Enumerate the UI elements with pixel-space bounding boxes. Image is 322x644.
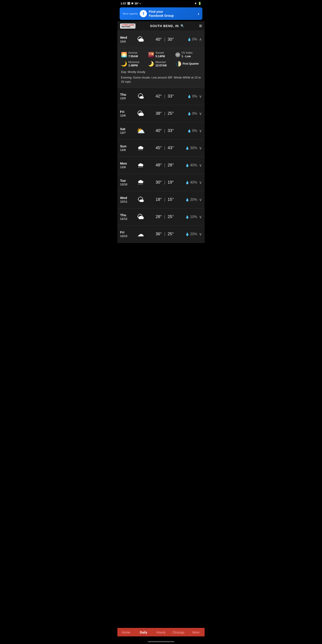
weather-icon: ☁ — [135, 229, 146, 240]
nav-hourly[interactable]: Hourly — [152, 628, 170, 636]
moonset-item: 🌛 Moonset 12:07AM — [148, 60, 174, 68]
temps-wed: 40° | 30° — [148, 37, 182, 42]
precip-wed: 💧 0% — [182, 37, 197, 41]
collapse-icon-wed[interactable]: ∧ — [199, 37, 202, 42]
weather-row-thu-12-5[interactable]: Thu 12/5 🌤 42° | 33° 💧 0% ∨ — [118, 88, 204, 105]
weather-row-fri-12-13[interactable]: Fri 12/13 ☁ 36° | 25° 💧 20% ∨ — [118, 226, 204, 243]
desc-evening: Evening: Some clouds. Low around 30F. Wi… — [121, 75, 201, 84]
expand-icon[interactable]: ∨ — [199, 146, 202, 150]
precip: 💧 20% — [182, 198, 197, 202]
temps: 18° | 15° — [148, 197, 182, 202]
day-label: Sun 12/8 — [120, 144, 134, 152]
temps: 48° | 28° — [148, 163, 182, 168]
logo-container: STORM ALERT WEATHER — [120, 24, 136, 29]
status-right: ▼ 🔋 — [194, 2, 202, 5]
moon-phase-item: 🌓 First Quarter — [175, 60, 201, 68]
ad-banner[interactable]: More together f Find yourFacebook Group … — [120, 8, 202, 20]
sunrise-icon: 🌅 — [121, 52, 127, 58]
moonset-icon: 🌛 — [148, 61, 154, 67]
moonset-label: Moonset — [156, 60, 166, 64]
drop-icon: 💧 — [188, 112, 191, 116]
drop-icon: 💧 — [185, 181, 189, 184]
expand-icon[interactable]: ∨ — [199, 180, 202, 185]
ad-main-text: Find yourFacebook Group — [149, 10, 174, 18]
expanded-detail-panel: 🌅 Sunrise 7:55AM 🌇 Sunset 5:14PM UV UV I… — [118, 48, 204, 88]
temps: 36° | 25° — [148, 232, 182, 236]
nav-daily[interactable]: Daily — [135, 628, 152, 636]
ad-left-section: More together f Find yourFacebook Group — [123, 10, 174, 18]
content-area: Wed 12/4 🌥 40° | 30° 💧 0% ∧ 🌅 Sunrise 7:… — [118, 31, 204, 270]
expand-icon[interactable]: ∨ — [199, 111, 202, 116]
weather-icon: ⛅ — [135, 126, 146, 136]
status-left: 1:57 🖼 ❄ 39° • — [120, 2, 141, 5]
sunrise-item: 🌅 Sunrise 7:55AM — [121, 51, 147, 58]
battery-icon: 🔋 — [198, 2, 202, 5]
drop-icon: 💧 — [185, 164, 189, 167]
expand-icon[interactable]: ∨ — [199, 163, 202, 168]
weather-row-mon-12-9[interactable]: Mon 12/9 🌧 48° | 28° 💧 40% ∨ — [118, 157, 204, 174]
moonrise-item: 🌙 Moonrise 1:48PM — [121, 60, 147, 68]
moonrise-value: 1:48PM — [128, 64, 139, 68]
precip: 💧 30% — [182, 146, 197, 150]
logo-text: STORM ALERT WEATHER — [122, 24, 134, 28]
bottom-nav: Home Daily Hourly Closings More — [118, 628, 204, 636]
day-label: Thu 12/5 — [120, 92, 134, 100]
status-bar: 1:57 🖼 ❄ 39° • ▼ 🔋 — [118, 0, 204, 6]
expand-icon[interactable]: ∨ — [199, 128, 202, 133]
uv-value: 1 - Low — [182, 55, 192, 58]
day-label: Thu 12/12 — [120, 213, 134, 221]
weather-row-fri-12-6[interactable]: Fri 12/6 🌥 38° | 25° 💧 0% ∨ — [118, 105, 204, 122]
moonrise-icon: 🌙 — [121, 61, 127, 67]
menu-button[interactable]: ≡ — [199, 23, 202, 29]
search-icon[interactable]: 🔍 — [180, 24, 184, 28]
weather-icon: 🌧 — [135, 160, 146, 170]
weather-row-sun-12-8[interactable]: Sun 12/8 🌧 45° | 43° 💧 30% ∨ — [118, 140, 204, 157]
drop-icon-wed: 💧 — [188, 38, 191, 41]
drop-icon: 💧 — [185, 146, 189, 150]
weather-row-thu-12-12[interactable]: Thu 12/12 🌥 28° | 25° 💧 10% ∨ — [118, 208, 204, 226]
day-label: Fri 12/6 — [120, 110, 134, 118]
expand-icon[interactable]: ∨ — [199, 232, 202, 236]
wifi-icon: ▼ — [194, 2, 197, 5]
expand-icon[interactable]: ∨ — [199, 214, 202, 219]
drop-icon: 💧 — [185, 198, 189, 202]
wind-icon: ❄ — [131, 2, 134, 5]
temps: 38° | 25° — [148, 111, 182, 116]
moonrise-label: Moonrise — [128, 60, 139, 64]
precip: 💧 10% — [182, 215, 197, 219]
day-label: Mon 12/9 — [120, 161, 134, 169]
ad-logo-text: More together — [123, 12, 138, 15]
weather-icon: 🌤 — [135, 91, 146, 102]
drop-icon: 💧 — [185, 232, 189, 236]
moonset-value: 12:07AM — [156, 64, 166, 68]
precip: 💧 0% — [182, 129, 197, 133]
weather-icon: 🌤 — [135, 194, 146, 205]
day-label: Tue 12/10 — [120, 178, 134, 186]
weather-row-wed-12-11[interactable]: Wed 12/11 🌤 18° | 15° 💧 20% ∨ — [118, 191, 204, 208]
temps: 45° | 43° — [148, 146, 182, 150]
moon-phase-icon: 🌓 — [175, 61, 181, 67]
expand-icon[interactable]: ∨ — [199, 197, 202, 202]
home-indicator — [148, 641, 174, 642]
ad-arrow-icon: › — [198, 11, 199, 16]
weather-row-tue-12-10[interactable]: Tue 12/10 🌨 30° | 19° 💧 40% ∨ — [118, 174, 204, 191]
sunset-icon: 🌇 — [148, 52, 154, 58]
day-label: Fri 12/13 — [120, 230, 134, 238]
precip: 💧 20% — [182, 232, 197, 236]
temp-display: 39° — [134, 2, 139, 5]
expand-icon[interactable]: ∨ — [199, 94, 202, 99]
location-text: SOUTH BEND, IN — [150, 24, 179, 28]
logo-badge: STORM ALERT WEATHER — [120, 24, 136, 29]
weather-row-expanded[interactable]: Wed 12/4 🌥 40° | 30° 💧 0% ∧ — [118, 31, 204, 48]
nav-more[interactable]: More — [187, 628, 204, 636]
day-label-wed: Wed 12/4 — [120, 35, 134, 44]
uv-circle-icon: UV — [175, 52, 180, 57]
temps: 28° | 25° — [148, 214, 182, 219]
location-search[interactable]: SOUTH BEND, IN 🔍 — [150, 24, 184, 28]
sunset-label: Sunset — [156, 51, 165, 55]
nav-closings[interactable]: Closings — [170, 628, 187, 636]
sunrise-label: Sunrise — [128, 51, 138, 55]
weather-row-sat-12-7[interactable]: Sat 12/7 ⛅ 40° | 33° 💧 0% ∨ — [118, 122, 204, 140]
nav-home[interactable]: Home — [118, 628, 135, 636]
drop-icon: 💧 — [188, 94, 191, 98]
